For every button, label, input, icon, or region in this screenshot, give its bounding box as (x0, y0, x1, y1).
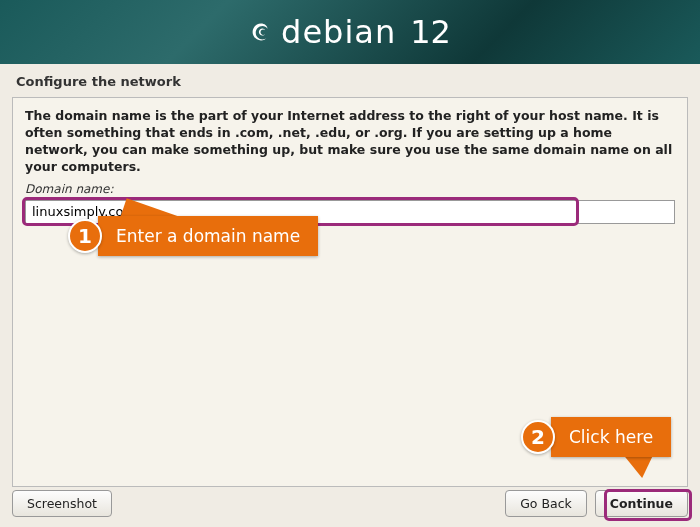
swirl-icon (249, 20, 273, 44)
instructions-text: The domain name is the part of your Inte… (25, 108, 675, 176)
annotation-step-label: Enter a domain name (98, 216, 318, 256)
installer-header: debian 12 (0, 0, 700, 64)
continue-button[interactable]: Continue (595, 490, 688, 517)
debian-logo: debian 12 (249, 13, 451, 51)
annotation-callout-2: 2 Click here (521, 417, 671, 457)
page-title: Configure the network (0, 64, 700, 97)
go-back-button[interactable]: Go Back (505, 490, 587, 517)
domain-name-label: Domain name: (25, 182, 675, 196)
annotation-step-number: 1 (68, 219, 102, 253)
screenshot-button[interactable]: Screenshot (12, 490, 112, 517)
annotation-step-label: Click here (551, 417, 671, 457)
footer-bar: Screenshot Go Back Continue (12, 490, 688, 517)
annotation-callout-1: 1 Enter a domain name (68, 216, 318, 256)
annotation-step-number: 2 (521, 420, 555, 454)
brand-name: debian (281, 13, 396, 51)
brand-version: 12 (410, 13, 451, 51)
